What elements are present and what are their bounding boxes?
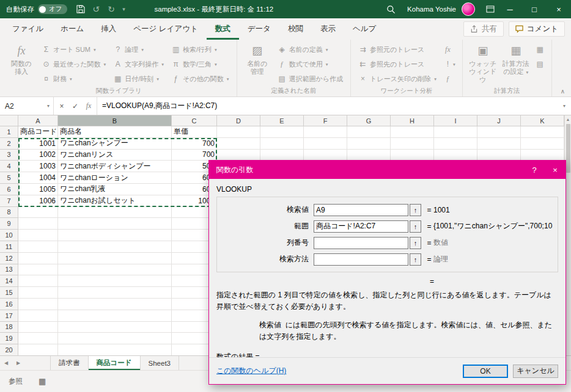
cell-A15[interactable] [18, 287, 58, 299]
cell-D2[interactable] [217, 138, 260, 150]
cell-F1[interactable] [304, 126, 347, 138]
cell-B12[interactable] [58, 253, 172, 264]
row-header-16[interactable]: 16 [0, 299, 18, 310]
row-header-8[interactable]: 8 [0, 207, 18, 219]
cell-B19[interactable] [58, 333, 172, 344]
table-array-input[interactable] [314, 220, 408, 233]
ribbon-tab-2[interactable]: 挿入 [92, 18, 125, 40]
cell-A5[interactable]: 1004 [18, 172, 58, 184]
insert-function-button[interactable]: fx 関数の挿入 [5, 42, 38, 76]
show-formulas-button[interactable]: fx [441, 42, 457, 57]
name-box-dropdown-icon[interactable]: ▾ [47, 103, 53, 109]
use-in-formula-button[interactable]: ƒ 数式で使用 ▾ [275, 57, 346, 71]
cell-H2[interactable] [391, 138, 434, 150]
ok-button[interactable]: OK [463, 365, 508, 378]
dialog-close-icon[interactable]: × [545, 161, 565, 179]
column-header-J[interactable]: J [477, 115, 521, 126]
cell-K2[interactable] [521, 138, 564, 150]
cell-D3[interactable] [217, 150, 260, 161]
range-lookup-input[interactable] [314, 253, 408, 266]
ribbon-tab-5[interactable]: データ [239, 18, 279, 40]
cell-A13[interactable] [18, 264, 58, 276]
row-header-20[interactable]: 20 [0, 344, 18, 355]
name-box[interactable]: A2 ▾ [0, 97, 54, 115]
cell-B16[interactable] [58, 299, 172, 310]
range-selector-icon[interactable]: ↑ [410, 237, 421, 249]
row-header-17[interactable]: 17 [0, 310, 18, 322]
column-header-K[interactable]: K [521, 115, 564, 126]
row-header-9[interactable]: 9 [0, 218, 18, 230]
cell-E3[interactable] [260, 150, 304, 161]
cell-B7[interactable]: ワニchanお試しセット [58, 195, 172, 207]
formula-input[interactable]: =VLOOKUP(A9,商品コード!A2:C7) [97, 97, 558, 115]
cell-D1[interactable] [217, 126, 260, 138]
ribbon-tab-6[interactable]: 校閲 [279, 18, 312, 40]
row-header-13[interactable]: 13 [0, 264, 18, 276]
redo-icon[interactable]: ↻ [104, 0, 119, 18]
cell-B6[interactable]: ワニchan乳液 [58, 184, 172, 195]
cell-A3[interactable]: 1002 [18, 150, 58, 161]
cell-B18[interactable] [58, 322, 172, 333]
cell-H3[interactable] [391, 150, 434, 161]
cell-A9[interactable] [18, 218, 58, 230]
cell-I1[interactable] [434, 126, 477, 138]
sheet-tab-0[interactable]: 請求書 [50, 356, 89, 370]
row-header-7[interactable]: 7 [0, 195, 18, 207]
avatar[interactable] [462, 2, 475, 16]
cell-J2[interactable] [477, 138, 521, 150]
ribbon-tab-3[interactable]: ページ レイアウト [125, 18, 207, 40]
cell-E2[interactable] [260, 138, 304, 150]
row-header-5[interactable]: 5 [0, 172, 18, 184]
cell-A17[interactable] [18, 310, 58, 322]
cell-C1[interactable]: 単価 [172, 126, 217, 138]
autosave-pill[interactable]: オフ [38, 4, 67, 14]
calculate-now-button[interactable]: ▦ [534, 42, 547, 57]
remove-arrows-button[interactable]: × トレース矢印の削除 ▾ [356, 71, 439, 86]
cell-I2[interactable] [434, 138, 477, 150]
status-sheet-icon[interactable]: ▦ [39, 377, 46, 386]
column-header-C[interactable]: C [172, 115, 217, 126]
cell-A19[interactable] [18, 333, 58, 344]
row-header-6[interactable]: 6 [0, 184, 18, 195]
ribbon-tab-file[interactable]: ファイル [4, 18, 52, 40]
error-checking-button[interactable]: ! ▾ [441, 57, 457, 71]
cell-A18[interactable] [18, 322, 58, 333]
lookup-value-input[interactable] [314, 204, 408, 216]
row-header-11[interactable]: 11 [0, 241, 18, 253]
cell-B2[interactable]: ワニchanシャンプー [58, 138, 172, 150]
cell-A12[interactable] [18, 253, 58, 264]
name-manager-button[interactable]: ▨ 名前の管理 [241, 42, 274, 76]
column-header-E[interactable]: E [260, 115, 304, 126]
cell-F3[interactable] [304, 150, 347, 161]
column-header-G[interactable]: G [347, 115, 391, 126]
sheet-tab-2[interactable]: Sheet3 [141, 356, 179, 370]
cell-E1[interactable] [260, 126, 304, 138]
cell-B20[interactable] [58, 344, 172, 355]
cell-A11[interactable] [18, 241, 58, 253]
cell-K3[interactable] [521, 150, 564, 161]
cell-B9[interactable] [58, 218, 172, 230]
row-header-18[interactable]: 18 [0, 322, 18, 333]
calculation-options-button[interactable]: ▦ 計算方法の設定 ▾ [499, 42, 532, 76]
lookup-reference-button[interactable]: ▥ 検索/行列 ▾ [169, 42, 232, 57]
cell-J1[interactable] [477, 126, 521, 138]
cell-G2[interactable] [347, 138, 391, 150]
ribbon-display-options-icon[interactable] [482, 0, 498, 18]
math-trig-button[interactable]: π 数学/三角 ▾ [169, 57, 232, 71]
trace-precedents-button[interactable]: ⇉ 参照元のトレース [356, 42, 439, 57]
autosave-toggle[interactable]: 自動保存 オフ [0, 4, 73, 14]
ribbon-tab-8[interactable]: ヘルプ [344, 18, 385, 40]
sheet-nav-left-icon[interactable]: ◀ [0, 356, 12, 370]
cancel-button[interactable]: キャンセル [513, 365, 558, 378]
formula-bar-expand-icon[interactable]: ▾ [558, 97, 571, 115]
search-icon[interactable] [381, 0, 400, 18]
trace-dependents-button[interactable]: ⇇ 参照先のトレース [356, 57, 439, 71]
dialog-title-bar[interactable]: 関数の引数 ? × [209, 161, 565, 179]
autosum-button[interactable]: Σ オート SUM ▾ [39, 42, 108, 57]
column-header-I[interactable]: I [434, 115, 477, 126]
financial-button[interactable]: ¤ 財務 ▾ [39, 71, 108, 86]
cell-A8[interactable] [18, 207, 58, 219]
cell-A20[interactable] [18, 344, 58, 355]
row-header-12[interactable]: 12 [0, 253, 18, 264]
cell-A1[interactable]: 商品コード [18, 126, 58, 138]
